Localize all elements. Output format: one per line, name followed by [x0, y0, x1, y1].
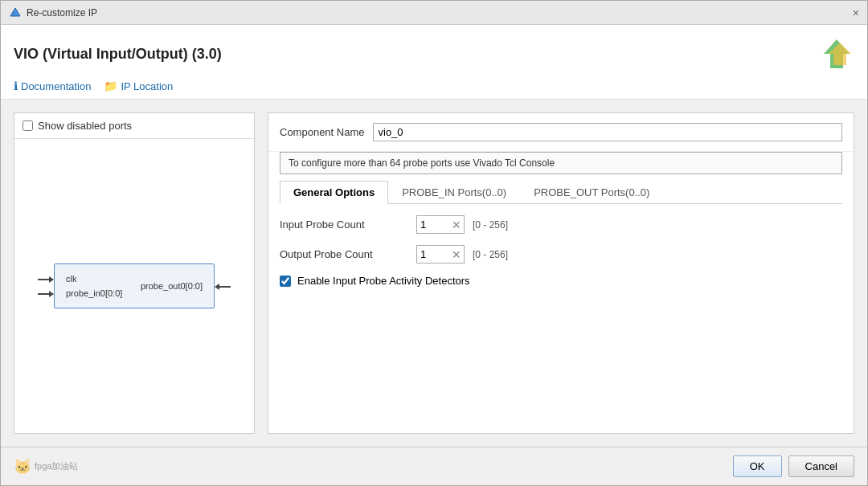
wire-probe-out-line	[219, 286, 231, 288]
component-name-input[interactable]	[373, 123, 843, 141]
port-probe-out-label: probe_out0[0:0]	[141, 281, 203, 291]
tab-probe-in[interactable]: PROBE_IN Ports(0..0)	[388, 181, 520, 204]
enable-input-probe-label[interactable]: Enable Input Probe Activity Detectors	[297, 275, 470, 287]
input-probe-count-input[interactable]	[417, 216, 449, 233]
footer: 🐱 fpga加油站 OK Cancel	[1, 447, 867, 485]
wire-probe-out	[215, 284, 231, 290]
diagram-area: clk probe_in0[0:0] probe_out0[0:0]	[14, 139, 254, 433]
title-bar: Re-customize IP ×	[1, 1, 867, 25]
dialog-title: VIO (Virtual Input/Output) (3.0)	[14, 46, 222, 63]
output-probe-count-row: Output Probe Count ✕ [0 - 256]	[280, 245, 842, 263]
port-clk-label: clk	[66, 274, 122, 284]
ok-button[interactable]: OK	[733, 455, 782, 477]
tab-documentation[interactable]: ℹ Documentation	[14, 80, 91, 92]
tab-ip-location-label: IP Location	[121, 80, 173, 92]
ip-location-icon: 📁	[104, 80, 117, 92]
wire-probe-in	[38, 291, 54, 297]
tab-ip-location[interactable]: 📁 IP Location	[104, 80, 173, 92]
header-area: VIO (Virtual Input/Output) (3.0) ℹ Docum…	[1, 25, 867, 100]
ports-right: probe_out0[0:0]	[141, 281, 203, 291]
vivado-logo-area	[819, 36, 854, 71]
vivado-logo	[819, 36, 854, 71]
show-disabled-ports-label[interactable]: Show disabled ports	[23, 120, 132, 132]
svg-marker-0	[10, 8, 20, 16]
title-bar-title-group: Re-customize IP	[9, 6, 97, 19]
tab-general-options-label: General Options	[293, 186, 375, 198]
tab-probe-in-label: PROBE_IN Ports(0..0)	[402, 186, 506, 198]
cancel-button[interactable]: Cancel	[788, 455, 854, 477]
enable-input-probe-checkbox[interactable]	[280, 276, 291, 287]
output-probe-count-input-wrapper: ✕	[416, 245, 465, 263]
output-probe-count-label: Output Probe Count	[280, 248, 408, 260]
component-name-label: Component Name	[280, 126, 365, 138]
close-button[interactable]: ×	[853, 6, 859, 19]
ports-left: clk probe_in0[0:0]	[66, 274, 122, 298]
output-probe-count-range: [0 - 256]	[473, 249, 508, 260]
vio-block-wrapper: clk probe_in0[0:0] probe_out0[0:0]	[54, 263, 215, 308]
documentation-icon: ℹ	[14, 80, 18, 92]
tab-probe-out[interactable]: PROBE_OUT Ports(0..0)	[520, 181, 663, 204]
tab-documentation-label: Documentation	[21, 80, 91, 92]
left-panel: Show disabled ports	[14, 112, 255, 434]
footer-watermark: 🐱 fpga加油站	[14, 458, 78, 476]
output-probe-count-clear-btn[interactable]: ✕	[449, 248, 464, 261]
input-probe-count-row: Input Probe Count ✕ [0 - 256]	[280, 215, 842, 234]
wire-clk-line	[38, 279, 49, 280]
watermark-text: fpga加油站	[35, 460, 78, 472]
left-panel-header: Show disabled ports	[14, 113, 254, 139]
info-banner-text: To configure more than 64 probe ports us…	[289, 157, 555, 169]
config-tabs: General Options PROBE_IN Ports(0..0) PRO…	[280, 181, 842, 204]
tab-content-general: Input Probe Count ✕ [0 - 256] Output Pro…	[268, 204, 854, 433]
input-probe-count-range: [0 - 256]	[473, 219, 508, 231]
enable-input-probe-row: Enable Input Probe Activity Detectors	[280, 275, 842, 287]
nav-tabs: ℹ Documentation 📁 IP Location	[14, 80, 854, 92]
header-title-row: VIO (Virtual Input/Output) (3.0)	[14, 36, 854, 71]
info-banner: To configure more than 64 probe ports us…	[280, 152, 842, 174]
app-icon	[9, 6, 22, 19]
wire-probe-in-line	[38, 293, 49, 295]
show-disabled-ports-text: Show disabled ports	[38, 120, 132, 132]
vio-block: clk probe_in0[0:0] probe_out0[0:0]	[54, 263, 215, 308]
port-probe-in-label: probe_in0[0:0]	[66, 288, 122, 298]
component-name-row: Component Name	[268, 113, 854, 152]
tab-general-options[interactable]: General Options	[280, 181, 388, 204]
input-probe-count-label: Input Probe Count	[280, 218, 408, 231]
content-area: Show disabled ports	[1, 100, 867, 447]
show-disabled-ports-checkbox[interactable]	[23, 120, 33, 131]
vio-block-ports: clk probe_in0[0:0] probe_out0[0:0]	[66, 274, 203, 298]
tab-probe-out-label: PROBE_OUT Ports(0..0)	[534, 186, 649, 198]
output-probe-count-input[interactable]	[417, 246, 449, 263]
wire-clk	[38, 276, 54, 283]
main-window: Re-customize IP × VIO (Virtual Input/Out…	[0, 0, 868, 486]
input-probe-count-clear-btn[interactable]: ✕	[449, 218, 464, 231]
right-panel: Component Name To configure more than 64…	[268, 112, 854, 434]
input-probe-count-input-wrapper: ✕	[416, 215, 465, 234]
title-bar-text: Re-customize IP	[27, 7, 97, 18]
